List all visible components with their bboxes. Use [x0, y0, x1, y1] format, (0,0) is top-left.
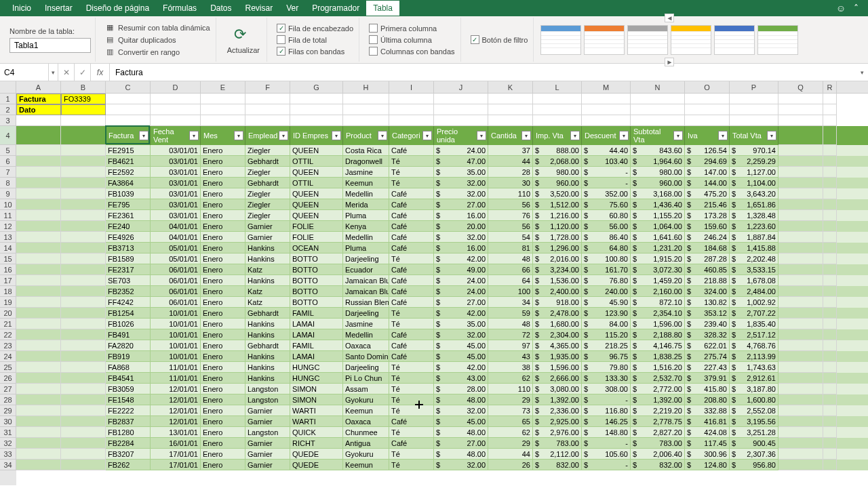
cell[interactable] [823, 145, 837, 156]
table-cell[interactable]: Katz [245, 286, 290, 297]
table-cell[interactable]: 11/01/01 [151, 373, 201, 384]
row-header[interactable]: 13 [0, 232, 16, 243]
table-header-cell[interactable]: Product▾ [343, 126, 389, 145]
table-cell[interactable]: FB4541 [106, 373, 151, 384]
formula-accept-button[interactable]: ✓ [75, 64, 91, 81]
row-header[interactable]: 30 [0, 416, 16, 427]
table-cell[interactable]: FB491 [106, 329, 151, 340]
table-cell[interactable]: $24.00 [434, 145, 488, 156]
cell[interactable] [685, 115, 730, 126]
table-header-cell[interactable]: Imp. Vta▾ [533, 126, 582, 145]
table-cell[interactable]: $1,728.00 [533, 232, 582, 243]
column-header[interactable]: N [631, 81, 685, 93]
table-cell[interactable]: $2,976.00 [533, 427, 582, 438]
table-cell[interactable]: $460.85 [685, 264, 730, 275]
table-cell[interactable]: $4,365.00 [533, 340, 582, 351]
column-header[interactable]: A [16, 81, 61, 93]
cell[interactable] [778, 264, 823, 275]
table-cell[interactable]: Café [389, 264, 434, 275]
first-column-checkbox[interactable]: Primera columna [368, 23, 456, 33]
table-cell[interactable]: $48.00 [434, 449, 488, 460]
ribbon-tab-ver[interactable]: Ver [279, 1, 305, 16]
cell[interactable] [823, 351, 837, 362]
cell[interactable] [434, 115, 488, 126]
table-cell[interactable]: FB262 [106, 460, 151, 470]
table-cell[interactable]: FB919 [106, 351, 151, 362]
table-cell[interactable]: $3,234.00 [533, 264, 582, 275]
cell[interactable] [16, 115, 61, 126]
table-header-cell[interactable]: Factura▾ [106, 126, 151, 145]
table-cell[interactable]: Jamaican Blu [343, 286, 389, 297]
table-cell[interactable]: FE1548 [106, 394, 151, 405]
table-cell[interactable]: $20.00 [434, 221, 488, 232]
filter-dropdown-button[interactable]: ▾ [279, 131, 288, 140]
table-cell[interactable]: FB2352 [106, 286, 151, 297]
table-cell[interactable]: $1,536.00 [533, 275, 582, 286]
table-cell[interactable]: 13/01/01 [151, 427, 201, 438]
table-cell[interactable]: Enero [201, 145, 245, 156]
table-cell[interactable]: FE240 [106, 221, 151, 232]
cell[interactable] [61, 232, 106, 243]
row-header[interactable]: 1 [0, 94, 16, 104]
column-header[interactable]: R [823, 81, 837, 93]
table-cell[interactable]: Kenya [343, 221, 389, 232]
cell[interactable] [290, 94, 343, 104]
column-header[interactable]: J [434, 81, 488, 93]
table-cell[interactable]: $4,146.75 [631, 340, 685, 351]
cell[interactable] [61, 297, 106, 308]
cell[interactable] [823, 340, 837, 351]
row-header[interactable]: 8 [0, 178, 16, 188]
cell[interactable] [434, 94, 488, 104]
cell[interactable] [151, 94, 201, 104]
table-cell[interactable]: FE2317 [106, 264, 151, 275]
cell[interactable] [16, 275, 61, 286]
table-cell[interactable]: $32.00 [434, 232, 488, 243]
cell[interactable] [778, 115, 823, 126]
table-cell[interactable]: RICHT [290, 438, 343, 449]
table-cell[interactable]: $- [582, 460, 631, 470]
table-cell[interactable]: Café [389, 340, 434, 351]
table-cell[interactable]: $84.00 [582, 319, 631, 329]
table-cell[interactable]: FB2837 [106, 416, 151, 427]
table-cell[interactable]: $2,827.20 [631, 427, 685, 438]
banded-columns-checkbox[interactable]: Columnas con bandas [368, 46, 456, 56]
table-cell[interactable]: Té [389, 427, 434, 438]
table-cell[interactable]: 10/01/01 [151, 329, 201, 340]
table-header-cell[interactable]: Emplead▾ [245, 126, 290, 145]
table-cell[interactable]: 81 [488, 243, 533, 253]
table-cell[interactable]: Enero [201, 373, 245, 384]
cell[interactable] [533, 104, 582, 115]
summarize-pivot-button[interactable]: ▦Resumir con tabla dinámica [104, 22, 212, 33]
table-cell[interactable]: Té [389, 156, 434, 167]
filter-dropdown-button[interactable]: ▾ [619, 131, 629, 140]
cell[interactable] [778, 232, 823, 243]
table-cell[interactable]: $3,072.30 [631, 264, 685, 275]
cell[interactable] [245, 94, 290, 104]
table-cell[interactable]: Dragonwell [343, 156, 389, 167]
cell[interactable] [16, 427, 61, 438]
table-cell[interactable]: $2,336.00 [533, 405, 582, 416]
row-header[interactable]: 28 [0, 394, 16, 405]
cell[interactable] [778, 243, 823, 253]
table-cell[interactable]: FB1589 [106, 253, 151, 264]
table-cell[interactable]: $60.80 [582, 210, 631, 221]
table-cell[interactable]: $900.45 [730, 438, 778, 449]
cell[interactable] [61, 264, 106, 275]
table-cell[interactable]: LAMAI [290, 351, 343, 362]
table-cell[interactable]: Enero [201, 438, 245, 449]
table-cell[interactable]: Chunmee [343, 427, 389, 438]
table-cell[interactable]: Enero [201, 384, 245, 394]
table-cell[interactable]: FA3864 [106, 178, 151, 188]
table-cell[interactable]: $24.00 [434, 286, 488, 297]
table-cell[interactable]: $1,835.40 [730, 319, 778, 329]
table-cell[interactable]: 11/01/01 [151, 362, 201, 373]
table-cell[interactable]: OTTIL [290, 178, 343, 188]
table-cell[interactable]: $970.14 [730, 145, 778, 156]
table-cell[interactable]: Garnier [245, 405, 290, 416]
cell[interactable] [730, 94, 778, 104]
cell[interactable] [823, 449, 837, 460]
cell[interactable] [245, 115, 290, 126]
cell[interactable] [488, 94, 533, 104]
cell[interactable] [778, 253, 823, 264]
table-cell[interactable]: $79.80 [582, 362, 631, 373]
